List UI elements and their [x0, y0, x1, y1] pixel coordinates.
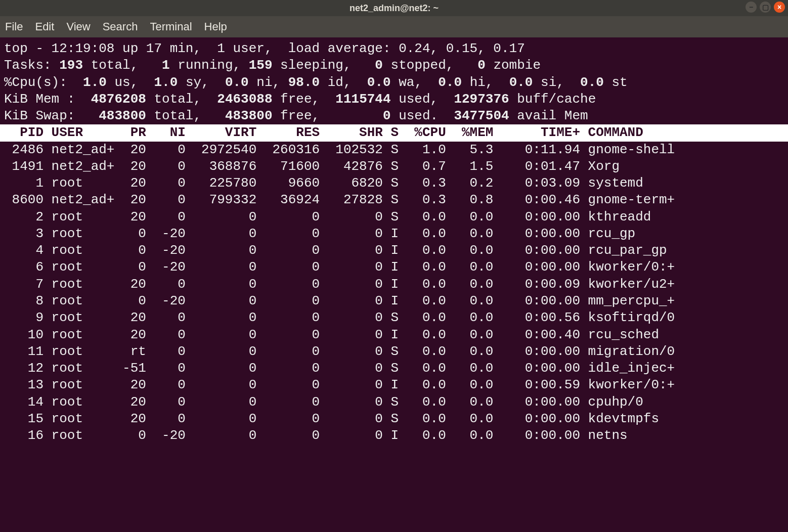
process-row: 7 root 20 0 0 0 0 I 0.0 0.0 0:00.09 kwor… [4, 276, 784, 293]
minimize-button[interactable]: − [746, 2, 757, 13]
process-row: 9 root 20 0 0 0 0 S 0.0 0.0 0:00.56 ksof… [4, 309, 784, 326]
process-row: 1 root 20 0 225780 9660 6820 S 0.3 0.2 0… [4, 175, 784, 192]
process-row: 16 root 0 -20 0 0 0 I 0.0 0.0 0:00.00 ne… [4, 427, 784, 444]
close-icon: × [777, 3, 781, 11]
process-row: 14 root 20 0 0 0 0 S 0.0 0.0 0:00.00 cpu… [4, 394, 784, 411]
window-controls: − ▢ × [746, 2, 785, 13]
process-row: 2486 net2_ad+ 20 0 2972540 260316 102532… [4, 142, 784, 158]
process-row: 1491 net2_ad+ 20 0 368876 71600 42876 S … [4, 158, 784, 175]
menu-help[interactable]: Help [204, 20, 227, 33]
menu-edit[interactable]: Edit [35, 20, 54, 33]
process-header: PID USER PR NI VIRT RES SHR S %CPU %MEM … [0, 124, 788, 141]
process-row: 4 root 0 -20 0 0 0 I 0.0 0.0 0:00.00 rcu… [4, 242, 784, 259]
menubar: File Edit View Search Terminal Help [0, 16, 788, 37]
top-summary-line: KiB Mem : 4876208 total, 2463088 free, 1… [4, 91, 784, 108]
process-row: 8 root 0 -20 0 0 0 I 0.0 0.0 0:00.00 mm_… [4, 293, 784, 309]
top-summary-line: top - 12:19:08 up 17 min, 1 user, load a… [4, 40, 784, 57]
maximize-icon: ▢ [762, 3, 769, 11]
top-summary-line: Tasks: 193 total, 1 running, 159 sleepin… [4, 57, 784, 74]
process-row: 2 root 20 0 0 0 0 S 0.0 0.0 0:00.00 kthr… [4, 209, 784, 226]
close-button[interactable]: × [774, 2, 785, 13]
menu-file[interactable]: File [5, 20, 23, 33]
process-row: 8600 net2_ad+ 20 0 799332 36924 27828 S … [4, 192, 784, 208]
top-summary-line: %Cpu(s): 1.0 us, 1.0 sy, 0.0 ni, 98.0 id… [4, 74, 784, 91]
process-row: 3 root 0 -20 0 0 0 I 0.0 0.0 0:00.00 rcu… [4, 226, 784, 242]
process-row: 12 root -51 0 0 0 0 S 0.0 0.0 0:00.00 id… [4, 360, 784, 377]
maximize-button[interactable]: ▢ [760, 2, 771, 13]
window-title: net2_admin@net2: ~ [349, 3, 439, 14]
process-row: 6 root 0 -20 0 0 0 I 0.0 0.0 0:00.00 kwo… [4, 259, 784, 276]
process-row: 10 root 20 0 0 0 0 I 0.0 0.0 0:00.40 rcu… [4, 327, 784, 343]
process-row: 13 root 20 0 0 0 0 I 0.0 0.0 0:00.59 kwo… [4, 377, 784, 393]
window-titlebar: net2_admin@net2: ~ − ▢ × [0, 0, 788, 16]
terminal-output[interactable]: top - 12:19:08 up 17 min, 1 user, load a… [0, 37, 788, 444]
process-row: 15 root 20 0 0 0 0 S 0.0 0.0 0:00.00 kde… [4, 411, 784, 427]
top-summary-line: KiB Swap: 483800 total, 483800 free, 0 u… [4, 108, 784, 124]
menu-terminal[interactable]: Terminal [150, 20, 192, 33]
minimize-icon: − [749, 3, 753, 11]
menu-view[interactable]: View [66, 20, 90, 33]
menu-search[interactable]: Search [103, 20, 138, 33]
process-row: 11 root rt 0 0 0 0 S 0.0 0.0 0:00.00 mig… [4, 343, 784, 360]
